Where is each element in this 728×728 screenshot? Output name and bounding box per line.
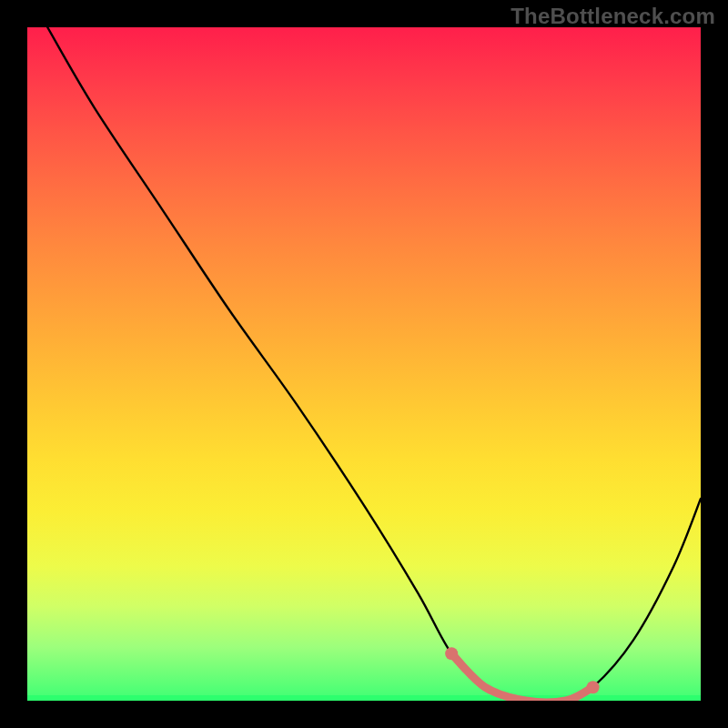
plot-area: [27, 27, 701, 701]
marker-0: [445, 647, 458, 660]
attribution-label: TheBottleneck.com: [511, 4, 715, 29]
series-bottleneck-curve: [47, 27, 701, 701]
series-highlight-segment: [451, 653, 592, 701]
curve-layer: [47, 27, 701, 701]
marker-1: [587, 681, 600, 693]
chart-frame: TheBottleneck.com: [0, 0, 728, 728]
curve-svg: [27, 27, 701, 701]
